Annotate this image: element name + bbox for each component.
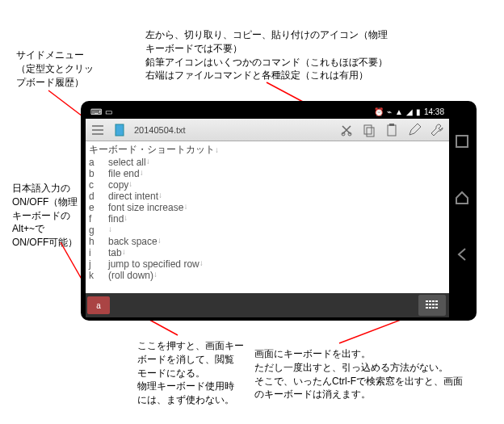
editor-row: jjump to specified row↓ xyxy=(89,258,446,270)
filename-label: 20140504.txt xyxy=(134,125,186,135)
signal-icon: ◢ xyxy=(406,107,413,116)
ime-label: a xyxy=(96,301,101,310)
editor-title: キーボード・ショートカット xyxy=(89,144,215,155)
status-bar: ⌨ ▭ ⏰ ⌁ ▲ ◢ ▮ 14:38 xyxy=(86,104,449,119)
back-icon[interactable] xyxy=(454,246,470,262)
annotation-ime: 日本語入力の ON/OFF（物理 キーボードの Alt+~で ON/OFF可能） xyxy=(12,182,78,250)
annotation-top-icons: 左から、切り取り、コピー、貼り付けのアイコン（物理 キーボードでは不要） 鉛筆ア… xyxy=(145,28,388,82)
keyboard-button[interactable] xyxy=(418,295,446,316)
editor-area[interactable]: キーボード・ショートカット↓ aselect all↓bfile end↓cco… xyxy=(86,141,449,293)
keyboard-status-icon: ⌨ xyxy=(90,107,102,116)
editor-row: ddirect intent↓ xyxy=(89,191,446,202)
wifi-icon: ▲ xyxy=(395,107,403,116)
editor-row: ffind↓ xyxy=(89,213,446,225)
copy-icon[interactable] xyxy=(360,121,378,139)
annotation-bottom-left: ここを押すと、画面キー ボードを消して、閲覧 モードになる。 物理キーボード使用… xyxy=(137,339,244,407)
menu-icon[interactable] xyxy=(89,121,107,139)
home-icon[interactable] xyxy=(454,190,470,206)
svg-rect-13 xyxy=(388,125,396,136)
editor-row: g↓ xyxy=(89,225,446,236)
recent-apps-icon[interactable] xyxy=(454,133,470,149)
ime-toggle[interactable]: a xyxy=(87,296,110,314)
wrench-icon[interactable] xyxy=(428,121,446,139)
svg-rect-12 xyxy=(367,128,374,136)
editor-row: bfile end↓ xyxy=(89,168,446,179)
annotation-bottom-right: 画面にキーボードを出す。 ただし一度出すと、引っ込める方法がない。 そこで、いっ… xyxy=(254,347,463,401)
annotation-side-menu: サイドメニュー （定型文とクリッ プボード履歴） xyxy=(16,48,94,89)
svg-rect-11 xyxy=(364,125,372,134)
device-nav-buttons xyxy=(452,133,472,262)
svg-rect-7 xyxy=(456,136,468,147)
bottom-bar: a xyxy=(86,293,449,317)
bluetooth-icon: ⌁ xyxy=(387,107,392,116)
editor-row: itab↓ xyxy=(89,247,446,258)
cut-icon[interactable] xyxy=(338,121,355,139)
alarm-icon: ⏰ xyxy=(374,107,384,116)
paste-icon[interactable] xyxy=(383,121,401,139)
device-frame: ⌨ ▭ ⏰ ⌁ ▲ ◢ ▮ 14:38 20140504.txt キーボード・シ… xyxy=(81,101,477,321)
file-icon[interactable] xyxy=(111,121,129,139)
svg-rect-14 xyxy=(389,124,394,126)
editor-row: k(roll down)↓ xyxy=(89,270,446,281)
svg-rect-8 xyxy=(116,124,124,136)
editor-row: ccopy↓ xyxy=(89,179,446,191)
pencil-icon[interactable] xyxy=(405,121,423,139)
editor-row: hback space↓ xyxy=(89,236,446,247)
editor-row: aselect all↓ xyxy=(89,157,446,168)
keyboard-icon xyxy=(426,300,439,310)
battery-icon: ▮ xyxy=(416,107,421,116)
sd-status-icon: ▭ xyxy=(105,107,112,116)
editor-row: efont size increase↓ xyxy=(89,202,446,213)
app-toolbar: 20140504.txt xyxy=(86,119,449,141)
status-time: 14:38 xyxy=(424,107,444,116)
